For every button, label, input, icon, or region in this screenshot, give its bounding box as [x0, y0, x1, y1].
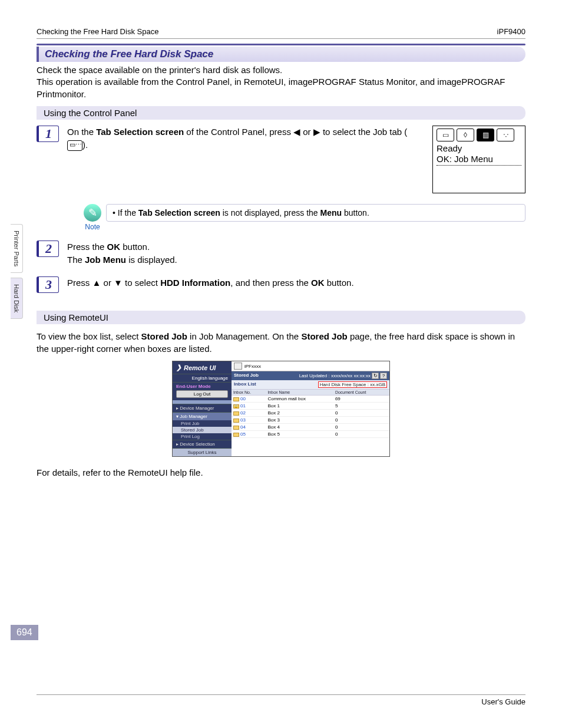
nav-support-links[interactable]: Support Links: [173, 448, 232, 456]
up-arrow-icon: ▲: [92, 278, 101, 288]
note-icon: ✎ Note: [79, 204, 106, 231]
stored-job-title: Stored Job: [234, 373, 259, 379]
text: Press: [67, 278, 92, 288]
header-topic: Checking the Free Hard Disk Space: [37, 27, 158, 36]
text: to select: [123, 278, 160, 288]
cell: Box 2: [266, 410, 333, 417]
lcd-settings-icon: ⸪: [497, 129, 514, 141]
job-tab-icon: [67, 140, 82, 151]
printer-icon: [234, 363, 242, 370]
remoteui-sidebar: ❯ Remote UI English language End-User Mo…: [173, 361, 232, 456]
logo-text: Remote UI: [184, 364, 216, 371]
cell: 0: [333, 424, 389, 431]
cell: 01: [240, 403, 246, 409]
text: To view the box list, select: [37, 331, 141, 341]
step-1-number: 1: [37, 126, 59, 142]
down-arrow-icon: ▼: [114, 278, 123, 288]
page-header: Checking the Free Hard Disk Space iPF940…: [37, 27, 525, 39]
text-bold: Tab Selection screen: [138, 208, 220, 218]
remoteui-main: iPFxxxx Stored Job Last Updated : xxxx/x…: [232, 361, 389, 456]
box-icon: [233, 433, 239, 437]
page-footer: User's Guide: [37, 694, 525, 706]
header-model: iPF9400: [497, 27, 525, 36]
nav-stored-job[interactable]: Stored Job: [173, 427, 232, 433]
text-bold: HDD Information: [160, 278, 230, 288]
text: On the: [67, 127, 96, 137]
left-arrow-icon: ◀: [293, 127, 300, 137]
text: , and then press the: [230, 278, 311, 288]
cell: 04: [240, 424, 246, 430]
inbox-table: Inbox No. Inbox Name Document Count 00Co…: [232, 390, 389, 438]
note-body: If the Tab Selection screen is not displ…: [106, 204, 525, 222]
table-row[interactable]: 05Box 50: [232, 431, 389, 438]
cell: 02: [240, 410, 246, 416]
lcd-panel-illustration: ▭ ◊ ▥ ⸪ Ready OK: Job Menu: [432, 126, 525, 193]
text: of the Control Panel, press: [184, 127, 293, 137]
subsection-remoteui: Using RemoteUI: [37, 311, 525, 324]
label: Job Manager: [180, 414, 207, 419]
model-label: iPFxxxx: [244, 364, 261, 369]
table-row[interactable]: 01Box 15: [232, 403, 389, 410]
side-tab-hard-disk[interactable]: Hard Disk: [11, 278, 23, 319]
pencil-icon: ✎: [84, 204, 101, 222]
text: button.: [120, 242, 150, 252]
box-icon: [233, 419, 239, 423]
bullet-icon: [113, 208, 118, 218]
nav-print-job[interactable]: Print Job: [173, 420, 232, 427]
lcd-paper-icon: ▭: [437, 129, 454, 141]
nav-device-selection[interactable]: ▸ Device Selection: [173, 440, 232, 448]
cell: 05: [240, 431, 246, 437]
text-bold: Tab Selection screen: [96, 127, 184, 137]
table-row[interactable]: 00Common mail box69: [232, 396, 389, 403]
note-label: Note: [79, 223, 106, 231]
logout-button[interactable]: Log Out: [176, 390, 228, 398]
cell: Box 1: [266, 403, 333, 410]
hd-free-space: Hard Disk Free Space : xx.xGB: [318, 381, 387, 388]
help-button[interactable]: ?: [380, 373, 387, 379]
box-icon: [233, 411, 239, 416]
text: is not displayed, press the: [220, 208, 320, 218]
text: ).: [82, 140, 88, 150]
refresh-button[interactable]: ↻: [372, 373, 379, 379]
nav-print-log[interactable]: Print Log: [173, 433, 232, 440]
table-row[interactable]: 03Box 30: [232, 417, 389, 424]
cell: 00: [240, 396, 246, 401]
remoteui-language[interactable]: English language: [173, 374, 232, 383]
cell: Box 5: [266, 431, 333, 438]
right-arrow-icon: ▶: [313, 127, 320, 137]
side-tab-printer-parts[interactable]: Printer Parts: [11, 224, 23, 273]
nav-device-manager[interactable]: ▸ Device Manager: [173, 404, 232, 412]
text: If the: [118, 208, 138, 218]
lcd-line-2: OK: Job Menu: [437, 154, 521, 164]
cell: 0: [333, 410, 389, 417]
remoteui-footer-para: For details, refer to the RemoteUI help …: [37, 466, 525, 479]
text: button.: [342, 208, 369, 218]
col-inbox-name: Inbox Name: [266, 390, 333, 396]
text: to select the Job tab (: [320, 127, 408, 137]
remoteui-paragraph: To view the box list, select Stored Job …: [37, 330, 525, 355]
table-row[interactable]: 02Box 20: [232, 410, 389, 417]
step-2-body: Press the OK button. The Job Menu is dis…: [67, 241, 525, 266]
table-row[interactable]: 04Box 40: [232, 424, 389, 431]
text-bold: OK: [311, 278, 325, 288]
cell: Box 3: [266, 417, 333, 424]
step-2-number: 2: [37, 241, 59, 257]
last-updated: Last Updated : xxxx/xx/xx xx:xx:xx: [299, 373, 371, 378]
step-1: 1 On the Tab Selection screen of the Con…: [37, 126, 525, 193]
cell: Box 4: [266, 424, 333, 431]
text: button.: [325, 278, 354, 288]
lcd-ink-icon: ◊: [457, 129, 474, 141]
text: is displayed.: [126, 255, 177, 265]
remoteui-logo: ❯ Remote UI: [173, 361, 232, 374]
box-locked-icon: [233, 404, 239, 409]
text: The: [67, 255, 85, 265]
step-3: 3 Press ▲ or ▼ to select HDD Information…: [37, 276, 525, 293]
col-inbox-no: Inbox No.: [232, 390, 266, 396]
cell: 69: [333, 396, 389, 403]
cell: 03: [240, 417, 246, 423]
step-3-number: 3: [37, 276, 59, 293]
inbox-list-bar: Inbox List Hard Disk Free Space : xx.xGB: [232, 380, 389, 390]
footer-text: User's Guide: [481, 697, 525, 706]
step-2: 2 Press the OK button. The Job Menu is d…: [37, 241, 525, 266]
nav-job-manager[interactable]: ▾ Job Manager: [173, 412, 232, 420]
